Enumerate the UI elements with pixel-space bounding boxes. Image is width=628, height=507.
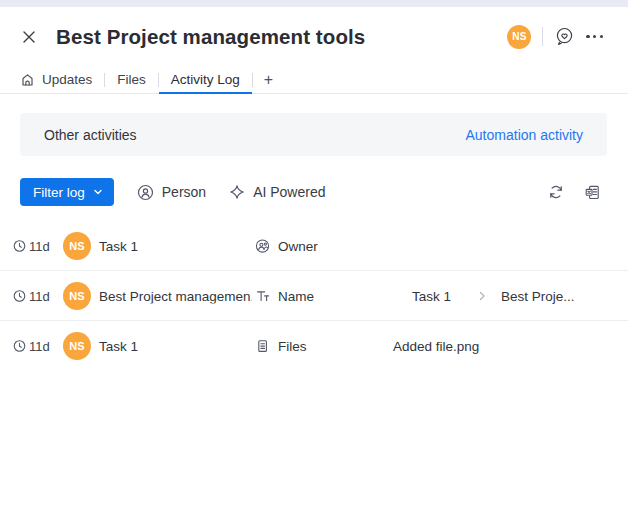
item-name: Task 1 [99, 238, 138, 253]
text-column-icon [255, 288, 270, 303]
banner-title: Other activities [44, 127, 137, 143]
add-tab-button[interactable]: + [253, 66, 284, 93]
activity-row[interactable]: 11d NS Task 1 Owner [0, 221, 628, 271]
tab-activity-log[interactable]: Activity Log [159, 66, 252, 93]
tab-label: Files [117, 72, 146, 87]
row-time: 11d [13, 288, 50, 303]
row-avatar: NS [63, 332, 91, 360]
filter-log-label: Filter log [33, 185, 85, 200]
time-label: 11d [29, 339, 50, 354]
clock-icon [13, 289, 26, 302]
clock-icon [13, 340, 26, 353]
automation-activity-link[interactable]: Automation activity [466, 127, 584, 143]
row-avatar: NS [63, 282, 91, 310]
item-card-window: Best Project management tools NS [0, 0, 628, 507]
people-column-icon [255, 238, 270, 253]
person-filter-label: Person [162, 184, 206, 200]
ai-powered-filter-button[interactable]: AI Powered [229, 184, 325, 200]
header: Best Project management tools NS [0, 7, 628, 66]
tab-label: Updates [42, 72, 92, 87]
person-icon [137, 184, 154, 201]
close-icon[interactable] [20, 28, 38, 46]
activity-log-list: 11d NS Task 1 Owner [0, 221, 628, 371]
column-name: Owner [278, 238, 318, 253]
row-avatar: NS [63, 232, 91, 260]
new-value: Best Proje... [501, 288, 575, 303]
column-info: Name [255, 288, 314, 303]
home-icon [20, 72, 35, 87]
log-toolbar: Filter log Person AI Powered [20, 178, 607, 206]
tab-bar: Updates Files Activity Log + [0, 66, 628, 94]
activity-row[interactable]: 11d NS Best Project managemen... Name Ta… [0, 271, 628, 321]
time-label: 11d [29, 238, 50, 253]
tab-updates[interactable]: Updates [8, 66, 104, 93]
column-info: Owner [255, 238, 318, 253]
more-options-icon[interactable] [586, 35, 603, 38]
page-title: Best Project management tools [56, 25, 365, 49]
sparkle-icon [229, 184, 245, 200]
background-strip [0, 0, 628, 7]
value-change: Task 1 Best Proje... [412, 288, 575, 303]
column-info: Files [255, 339, 307, 354]
activity-row[interactable]: 11d NS Task 1 Files Added file.png [0, 321, 628, 371]
file-column-icon [255, 339, 270, 354]
column-name: Name [278, 288, 314, 303]
clock-icon [13, 239, 26, 252]
toolbar-right-actions [548, 184, 607, 201]
feedback-bubble-icon[interactable] [554, 26, 575, 47]
row-time: 11d [13, 339, 50, 354]
header-divider [542, 27, 543, 46]
column-name: Files [278, 339, 307, 354]
other-activities-banner: Other activities Automation activity [20, 113, 607, 156]
refresh-icon[interactable] [548, 184, 564, 200]
row-time: 11d [13, 238, 50, 253]
file-activity-description: Added file.png [393, 339, 479, 354]
export-to-excel-icon[interactable] [584, 184, 601, 201]
item-name: Task 1 [99, 339, 138, 354]
person-filter-button[interactable]: Person [137, 184, 206, 201]
tab-label: Activity Log [171, 72, 240, 87]
tab-files[interactable]: Files [105, 66, 158, 93]
time-label: 11d [29, 288, 50, 303]
ai-powered-label: AI Powered [253, 184, 325, 200]
item-name: Best Project managemen... [99, 288, 252, 303]
chevron-right-icon [477, 290, 488, 301]
user-avatar[interactable]: NS [507, 25, 531, 49]
header-actions: NS [507, 25, 603, 49]
filter-log-button[interactable]: Filter log [20, 178, 114, 206]
old-value: Task 1 [412, 288, 451, 303]
chevron-down-icon [93, 187, 103, 197]
